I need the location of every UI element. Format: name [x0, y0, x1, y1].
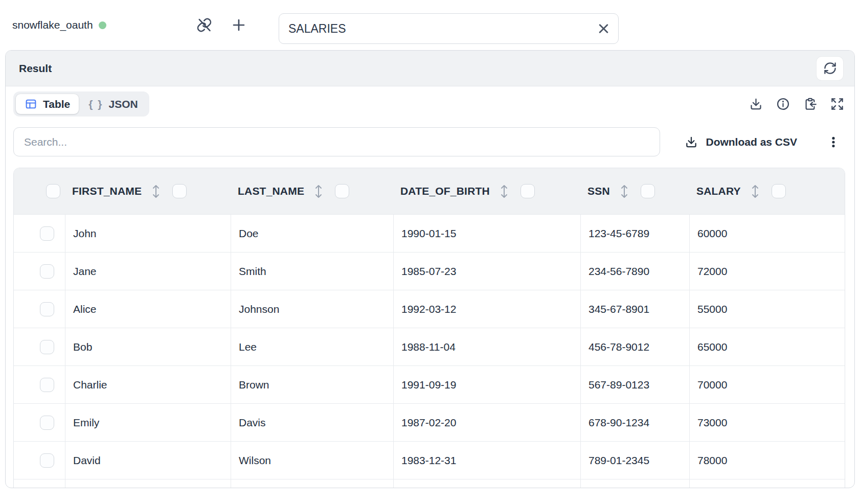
copy-to-clipboard-button[interactable]	[803, 97, 817, 111]
result-panel-header: Result	[6, 51, 854, 86]
plus-icon	[231, 17, 247, 33]
download-button[interactable]	[749, 97, 763, 111]
row-select-cell	[14, 328, 65, 365]
header-select-cell	[14, 168, 65, 214]
clear-input-button[interactable]	[597, 22, 610, 36]
tab-table-label: Table	[43, 98, 70, 110]
row-select-cell	[14, 290, 65, 328]
table-cell	[393, 479, 580, 488]
search-input[interactable]	[13, 127, 660, 156]
column-header-label: SALARY	[696, 185, 741, 197]
disconnect-button[interactable]	[196, 17, 212, 33]
table-cell: 70000	[689, 365, 845, 403]
sort-icon[interactable]	[751, 184, 759, 199]
column-header[interactable]: FIRST_NAME	[65, 168, 231, 214]
row-select-cell	[14, 252, 65, 290]
table-cell: Bob	[65, 328, 231, 365]
column-header[interactable]: SSN	[580, 168, 689, 214]
result-toolbar: Table { } JSON	[13, 91, 845, 117]
table-cell: 345-67-8901	[580, 290, 689, 328]
table-cell: Davis	[231, 403, 393, 441]
table-cell: 55000	[689, 290, 845, 328]
row-checkbox[interactable]	[40, 378, 54, 392]
table-grid-icon	[25, 98, 37, 110]
result-table: FIRST_NAMELAST_NAMEDATE_OF_BIRTHSSNSALAR…	[13, 168, 845, 488]
column-header[interactable]: LAST_NAME	[231, 168, 393, 214]
table-cell: 60000	[689, 214, 845, 252]
column-header-label: FIRST_NAME	[72, 185, 142, 197]
expand-icon	[830, 97, 844, 111]
table-cell: 78000	[689, 441, 845, 479]
table-cell: 1985-07-23	[393, 252, 580, 290]
connection-bar: snowflake_oauth	[0, 0, 860, 50]
row-checkbox[interactable]	[40, 302, 54, 316]
column-checkbox[interactable]	[772, 184, 786, 198]
table-cell: 1987-02-20	[393, 403, 580, 441]
table-cell: 73000	[689, 403, 845, 441]
column-header[interactable]: SALARY	[689, 168, 845, 214]
table-cell: 72000	[689, 252, 845, 290]
table-cell: 234-56-7890	[580, 252, 689, 290]
result-actions	[749, 97, 845, 111]
sort-icon[interactable]	[500, 184, 508, 199]
tab-table[interactable]: Table	[16, 94, 79, 114]
row-checkbox[interactable]	[40, 416, 54, 430]
panel-title: Result	[19, 62, 52, 75]
table-cell: Charlie	[65, 365, 231, 403]
fullscreen-button[interactable]	[830, 97, 844, 111]
table-cell: Smith	[231, 252, 393, 290]
table-name-field	[279, 13, 619, 44]
table-cell: 123-45-6789	[580, 214, 689, 252]
table-cell: 1983-12-31	[393, 441, 580, 479]
info-button[interactable]	[776, 97, 790, 111]
connection-name: snowflake_oauth	[12, 19, 93, 31]
column-checkbox[interactable]	[641, 184, 655, 198]
row-checkbox[interactable]	[40, 226, 54, 241]
table-cell: 1990-01-15	[393, 214, 580, 252]
table-cell: 789-01-2345	[580, 441, 689, 479]
column-checkbox[interactable]	[172, 184, 187, 198]
column-header[interactable]: DATE_OF_BIRTH	[393, 168, 580, 214]
row-select-cell	[14, 403, 65, 441]
row-checkbox[interactable]	[40, 453, 54, 468]
tab-json[interactable]: { } JSON	[80, 94, 146, 114]
table-cell: 678-90-1234	[580, 403, 689, 441]
sort-icon[interactable]	[620, 184, 628, 199]
row-checkbox[interactable]	[40, 264, 54, 279]
table-cell: Alice	[65, 290, 231, 328]
table-cell	[14, 479, 65, 488]
refresh-button[interactable]	[817, 57, 843, 80]
download-icon	[685, 135, 698, 149]
table-cell	[65, 479, 231, 488]
add-tab-button[interactable]	[231, 17, 247, 33]
download-icon	[749, 97, 763, 111]
clipboard-paste-icon	[803, 97, 817, 111]
table-cell: 567-89-0123	[580, 365, 689, 403]
connection-status-dot	[99, 21, 106, 29]
table-cell: 1988-11-04	[393, 328, 580, 365]
column-header-label: DATE_OF_BIRTH	[400, 185, 490, 197]
tab-json-label: JSON	[108, 98, 138, 110]
table-name-input[interactable]	[279, 13, 619, 44]
table-cell	[689, 479, 845, 488]
table-cell: Wilson	[231, 441, 393, 479]
row-checkbox[interactable]	[40, 340, 54, 354]
table-cell	[580, 479, 689, 488]
table-cell: 1991-09-19	[393, 365, 580, 403]
table-cell: 65000	[689, 328, 845, 365]
column-checkbox[interactable]	[335, 184, 349, 198]
close-icon	[597, 22, 610, 36]
result-panel-body: Table { } JSON	[6, 86, 854, 488]
refresh-icon	[823, 61, 837, 75]
row-select-cell	[14, 365, 65, 403]
download-csv-button[interactable]: Download as CSV	[685, 135, 797, 149]
column-header-label: SSN	[587, 185, 610, 197]
sort-icon[interactable]	[152, 184, 160, 199]
column-checkbox[interactable]	[520, 184, 535, 198]
result-panel: Result	[5, 50, 855, 488]
table-cell: Emily	[65, 403, 231, 441]
select-all-checkbox[interactable]	[46, 184, 60, 198]
more-options-button[interactable]	[827, 135, 840, 149]
sort-icon[interactable]	[314, 184, 323, 199]
row-select-cell	[14, 214, 65, 252]
